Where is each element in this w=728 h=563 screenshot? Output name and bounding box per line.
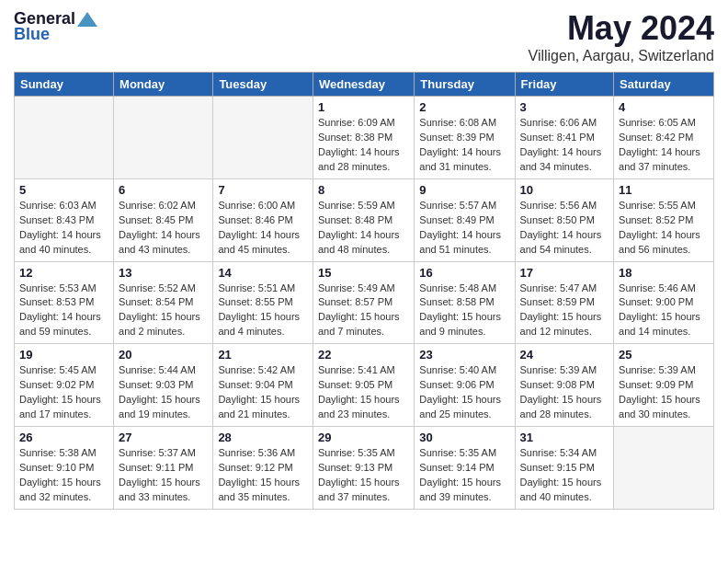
day-detail: Sunrise: 5:56 AM Sunset: 8:50 PM Dayligh… xyxy=(520,199,609,258)
day-detail: Sunrise: 5:37 AM Sunset: 9:11 PM Dayligh… xyxy=(119,446,208,505)
day-cell: 20Sunrise: 5:44 AM Sunset: 9:03 PM Dayli… xyxy=(114,344,213,427)
day-cell: 15Sunrise: 5:49 AM Sunset: 8:57 PM Dayli… xyxy=(313,261,414,344)
day-number: 30 xyxy=(419,431,509,444)
day-number: 6 xyxy=(119,183,208,197)
day-detail: Sunrise: 5:57 AM Sunset: 8:49 PM Dayligh… xyxy=(419,199,509,258)
day-number: 19 xyxy=(19,348,108,362)
day-number: 20 xyxy=(119,348,208,362)
day-cell: 14Sunrise: 5:51 AM Sunset: 8:55 PM Dayli… xyxy=(213,261,313,344)
day-detail: Sunrise: 5:46 AM Sunset: 9:00 PM Dayligh… xyxy=(619,282,709,340)
week-row-0: 1Sunrise: 6:09 AM Sunset: 8:38 PM Daylig… xyxy=(15,97,714,179)
day-cell: 27Sunrise: 5:37 AM Sunset: 9:11 PM Dayli… xyxy=(114,427,213,510)
day-cell xyxy=(614,427,714,510)
day-detail: Sunrise: 5:36 AM Sunset: 9:12 PM Dayligh… xyxy=(218,446,308,505)
day-detail: Sunrise: 5:59 AM Sunset: 8:48 PM Dayligh… xyxy=(318,199,409,258)
day-detail: Sunrise: 6:00 AM Sunset: 8:46 PM Dayligh… xyxy=(218,199,308,258)
day-detail: Sunrise: 5:35 AM Sunset: 9:14 PM Dayligh… xyxy=(419,446,509,505)
day-number: 28 xyxy=(218,431,308,444)
day-cell: 26Sunrise: 5:38 AM Sunset: 9:10 PM Dayli… xyxy=(15,427,114,510)
day-number: 11 xyxy=(619,183,709,197)
title-block: May 2024 Villigen, Aargau, Switzerland xyxy=(529,9,715,64)
page-header: General Blue May 2024 Villigen, Aargau, … xyxy=(14,9,714,64)
day-cell: 10Sunrise: 5:56 AM Sunset: 8:50 PM Dayli… xyxy=(515,178,614,261)
day-number: 10 xyxy=(520,183,609,197)
day-cell: 31Sunrise: 5:34 AM Sunset: 9:15 PM Dayli… xyxy=(515,427,614,510)
day-number: 25 xyxy=(619,348,709,362)
day-number: 8 xyxy=(318,183,409,197)
day-cell: 4Sunrise: 6:05 AM Sunset: 8:42 PM Daylig… xyxy=(614,97,714,179)
day-number: 3 xyxy=(520,100,609,114)
day-cell: 1Sunrise: 6:09 AM Sunset: 8:38 PM Daylig… xyxy=(313,97,414,179)
day-cell: 25Sunrise: 5:39 AM Sunset: 9:09 PM Dayli… xyxy=(614,344,714,427)
day-detail: Sunrise: 5:52 AM Sunset: 8:54 PM Dayligh… xyxy=(119,282,208,340)
logo: General Blue xyxy=(14,9,97,44)
calendar-table: Sunday Monday Tuesday Wednesday Thursday… xyxy=(14,72,714,510)
day-detail: Sunrise: 5:39 AM Sunset: 9:08 PM Dayligh… xyxy=(520,363,609,422)
day-detail: Sunrise: 5:40 AM Sunset: 9:06 PM Dayligh… xyxy=(419,363,509,422)
day-cell: 8Sunrise: 5:59 AM Sunset: 8:48 PM Daylig… xyxy=(313,178,414,261)
day-cell: 12Sunrise: 5:53 AM Sunset: 8:53 PM Dayli… xyxy=(15,261,114,344)
day-cell: 6Sunrise: 6:02 AM Sunset: 8:45 PM Daylig… xyxy=(114,178,213,261)
day-detail: Sunrise: 5:38 AM Sunset: 9:10 PM Dayligh… xyxy=(19,446,108,505)
day-cell: 16Sunrise: 5:48 AM Sunset: 8:58 PM Dayli… xyxy=(415,261,515,344)
header-saturday: Saturday xyxy=(614,73,714,97)
day-number: 26 xyxy=(19,431,108,444)
week-row-4: 26Sunrise: 5:38 AM Sunset: 9:10 PM Dayli… xyxy=(15,427,714,510)
main-title: May 2024 xyxy=(529,9,715,48)
day-cell xyxy=(213,97,313,179)
day-number: 29 xyxy=(318,431,409,444)
day-detail: Sunrise: 5:51 AM Sunset: 8:55 PM Dayligh… xyxy=(218,282,308,340)
day-cell xyxy=(15,97,114,179)
day-cell: 7Sunrise: 6:00 AM Sunset: 8:46 PM Daylig… xyxy=(213,178,313,261)
day-cell xyxy=(114,97,213,179)
day-number: 1 xyxy=(318,100,409,114)
day-detail: Sunrise: 5:45 AM Sunset: 9:02 PM Dayligh… xyxy=(19,363,108,422)
logo-blue: Blue xyxy=(14,25,97,44)
day-number: 24 xyxy=(520,348,609,362)
day-cell: 13Sunrise: 5:52 AM Sunset: 8:54 PM Dayli… xyxy=(114,261,213,344)
day-detail: Sunrise: 5:34 AM Sunset: 9:15 PM Dayligh… xyxy=(520,446,609,505)
day-cell: 18Sunrise: 5:46 AM Sunset: 9:00 PM Dayli… xyxy=(614,261,714,344)
day-number: 23 xyxy=(419,348,509,362)
day-number: 13 xyxy=(119,266,208,280)
day-detail: Sunrise: 6:09 AM Sunset: 8:38 PM Dayligh… xyxy=(318,116,409,175)
day-cell: 2Sunrise: 6:08 AM Sunset: 8:39 PM Daylig… xyxy=(415,97,515,179)
header-thursday: Thursday xyxy=(415,73,515,97)
day-number: 9 xyxy=(419,183,509,197)
day-detail: Sunrise: 5:53 AM Sunset: 8:53 PM Dayligh… xyxy=(19,282,108,340)
subtitle: Villigen, Aargau, Switzerland xyxy=(529,48,715,64)
header-monday: Monday xyxy=(114,73,213,97)
day-detail: Sunrise: 6:02 AM Sunset: 8:45 PM Dayligh… xyxy=(119,199,208,258)
header-wednesday: Wednesday xyxy=(313,73,414,97)
day-detail: Sunrise: 6:03 AM Sunset: 8:43 PM Dayligh… xyxy=(19,199,108,258)
day-number: 14 xyxy=(218,266,308,280)
day-number: 22 xyxy=(318,348,409,362)
day-number: 16 xyxy=(419,266,509,280)
day-cell: 23Sunrise: 5:40 AM Sunset: 9:06 PM Dayli… xyxy=(415,344,515,427)
day-number: 18 xyxy=(619,266,709,280)
day-detail: Sunrise: 5:44 AM Sunset: 9:03 PM Dayligh… xyxy=(119,363,208,422)
day-number: 7 xyxy=(218,183,308,197)
day-number: 15 xyxy=(318,266,409,280)
week-row-1: 5Sunrise: 6:03 AM Sunset: 8:43 PM Daylig… xyxy=(15,178,714,261)
header-friday: Friday xyxy=(515,73,614,97)
day-number: 4 xyxy=(619,100,709,114)
day-cell: 29Sunrise: 5:35 AM Sunset: 9:13 PM Dayli… xyxy=(313,427,414,510)
day-detail: Sunrise: 5:42 AM Sunset: 9:04 PM Dayligh… xyxy=(218,363,308,422)
header-sunday: Sunday xyxy=(15,73,114,97)
day-number: 31 xyxy=(520,431,609,444)
day-detail: Sunrise: 6:05 AM Sunset: 8:42 PM Dayligh… xyxy=(619,116,709,175)
day-detail: Sunrise: 6:06 AM Sunset: 8:41 PM Dayligh… xyxy=(520,116,609,175)
page-container: General Blue May 2024 Villigen, Aargau, … xyxy=(0,0,728,519)
day-detail: Sunrise: 5:49 AM Sunset: 8:57 PM Dayligh… xyxy=(318,282,409,340)
day-cell: 21Sunrise: 5:42 AM Sunset: 9:04 PM Dayli… xyxy=(213,344,313,427)
day-cell: 30Sunrise: 5:35 AM Sunset: 9:14 PM Dayli… xyxy=(415,427,515,510)
day-cell: 11Sunrise: 5:55 AM Sunset: 8:52 PM Dayli… xyxy=(614,178,714,261)
day-detail: Sunrise: 5:39 AM Sunset: 9:09 PM Dayligh… xyxy=(619,363,709,422)
day-detail: Sunrise: 5:35 AM Sunset: 9:13 PM Dayligh… xyxy=(318,446,409,505)
day-number: 17 xyxy=(520,266,609,280)
day-cell: 9Sunrise: 5:57 AM Sunset: 8:49 PM Daylig… xyxy=(415,178,515,261)
day-cell: 3Sunrise: 6:06 AM Sunset: 8:41 PM Daylig… xyxy=(515,97,614,179)
day-cell: 22Sunrise: 5:41 AM Sunset: 9:05 PM Dayli… xyxy=(313,344,414,427)
day-cell: 28Sunrise: 5:36 AM Sunset: 9:12 PM Dayli… xyxy=(213,427,313,510)
